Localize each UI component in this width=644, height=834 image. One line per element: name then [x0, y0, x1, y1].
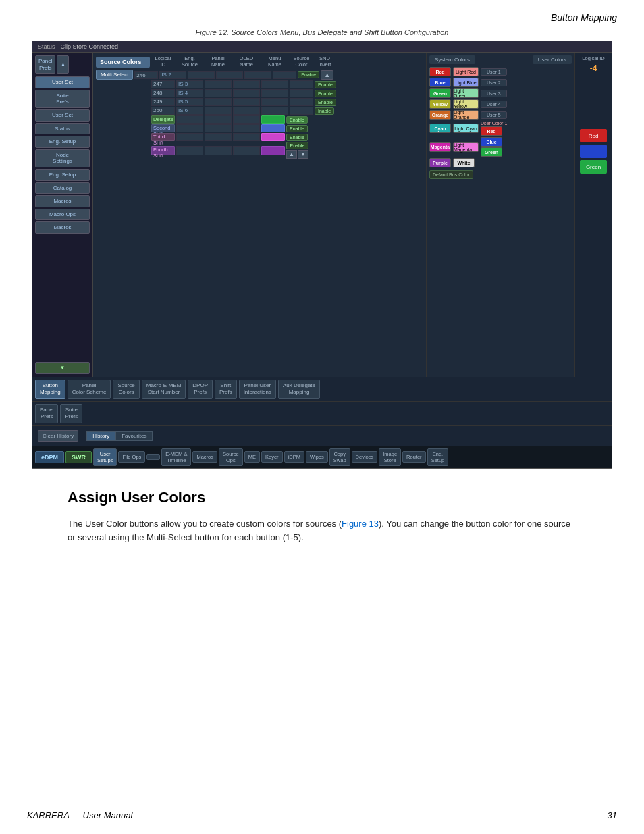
system-colors-label: System Colors — [429, 55, 475, 64]
footer-btn-file-ops[interactable]: File Ops — [118, 451, 145, 463]
panel-name-247 — [205, 80, 232, 88]
color-chip-red[interactable]: Red — [429, 67, 451, 76]
enable-btn-fourth-shift[interactable]: Enable — [286, 142, 308, 149]
scroll-up-btn[interactable]: ▲ — [286, 150, 297, 159]
color-chip-green[interactable]: Green — [429, 88, 451, 98]
tab-aux-delegate-mapping[interactable]: Aux DelegateMapping — [278, 380, 320, 399]
tab-panel-color-scheme[interactable]: PanelColor Scheme — [68, 380, 111, 399]
enable-btn-249[interactable]: Enable — [315, 99, 336, 106]
sidebar-collapse-btn[interactable]: ▼ — [35, 362, 90, 374]
footer-btn-keyer[interactable]: Keyer — [261, 451, 283, 463]
color-row-yellow: Yellow Light Yellow User 4 — [429, 99, 572, 109]
tab-panel-prefs[interactable]: PanelPrefs — [35, 404, 58, 423]
sidebar-btn-catalog[interactable]: Catalog — [35, 182, 90, 194]
color-chip-light-green[interactable]: Light Green — [453, 88, 479, 98]
figure-13-link[interactable]: Figure 13 — [342, 519, 379, 529]
tab-favourites[interactable]: Favourites — [115, 431, 153, 441]
sidebar-btn-status[interactable]: Status — [35, 123, 90, 135]
panel-name-248 — [205, 89, 232, 97]
sidebar-btn-macros2[interactable]: Macros — [35, 221, 90, 234]
row-247: 247 IS 3 Enable — [96, 80, 423, 88]
sidebar-btn-macros[interactable]: Macros — [35, 195, 90, 207]
footer-btn-macros[interactable]: Macros — [192, 451, 217, 463]
oled-name-delegate — [205, 115, 232, 124]
footer-btn-user-setups[interactable]: UserSetups — [93, 448, 117, 466]
multi-select-button[interactable]: Multi Select — [96, 70, 133, 80]
tab-dpop-prefs[interactable]: DPOPPrefs — [188, 380, 213, 399]
sidebar-btn-panel-prefs[interactable]: PanelPrefs — [35, 55, 55, 74]
panel-name-delegate — [176, 115, 203, 124]
name-cell-is2: IS 2 — [159, 71, 186, 79]
sidebar-btn-user-set2[interactable]: User Set — [35, 109, 90, 122]
footer-btn-eng-setup[interactable]: Eng.Setup — [427, 448, 449, 466]
color-chip-light-cyan[interactable]: Light Cyan — [453, 124, 479, 133]
sidebar-btn-eng-setup2[interactable]: Eng. Setup — [35, 169, 90, 181]
tab-panel-user-interactions[interactable]: Panel UserInteractions — [239, 380, 276, 399]
sidebar-expand-btn[interactable]: ▲ — [57, 55, 69, 74]
tab-button-mapping[interactable]: ButtonMapping — [35, 380, 65, 399]
color-chip-light-blue[interactable]: Light Blue — [453, 78, 479, 87]
menu-name-delegate — [233, 115, 260, 124]
id-cell-250: 250 — [151, 107, 175, 115]
up-arrow-btn[interactable]: ▲ — [321, 70, 333, 80]
user-color-btn-4[interactable]: User 4 — [481, 101, 507, 108]
color-chip-cyan[interactable]: Cyan — [429, 124, 451, 133]
user-color-btn-2[interactable]: User 2 — [481, 79, 507, 86]
footer-btn-devices[interactable]: Devices — [352, 451, 378, 463]
color-chip-blue[interactable]: Blue — [429, 78, 451, 87]
enable-btn-248[interactable]: Enable — [315, 90, 336, 97]
col-snd-invert: SNDInvert — [315, 55, 335, 68]
tab-suite-prefs[interactable]: SuitePrefs — [60, 404, 82, 423]
tab-shift-prefs[interactable]: ShiftPrefs — [215, 380, 237, 399]
sidebar-btn-user-set[interactable]: User Set — [35, 76, 90, 88]
footer-btn-copy-swap[interactable]: CopySwap — [329, 448, 350, 466]
footer-btn-wipes[interactable]: Wipes — [306, 451, 328, 463]
edpm-button[interactable]: eDPM — [35, 451, 64, 463]
color-chip-light-orange[interactable]: Light Orange — [453, 110, 479, 120]
sidebar-btn-macro-ops[interactable]: Macro Ops — [35, 209, 90, 221]
sidebar-btn-node-settings[interactable]: NodeSettings — [35, 149, 90, 167]
user-color-chip-green[interactable]: Green — [481, 147, 502, 157]
tab-source-colors[interactable]: SourceColors — [113, 380, 139, 399]
color-chip-white[interactable]: White — [453, 158, 475, 167]
name-cell-is3: IS 3 — [176, 80, 203, 88]
user-color-btn-3[interactable]: User 3 — [481, 90, 507, 97]
fourth-shift-row: FourthShift Enable ▲ ▼ — [96, 142, 423, 159]
sidebar-btn-eng-setup[interactable]: Eng. Setup — [35, 136, 90, 148]
footer-btn-source-ops[interactable]: SourceOps — [219, 448, 243, 466]
color-chip-orange[interactable]: Orange — [429, 110, 451, 120]
enable-btn-delegate[interactable]: Enable — [286, 116, 308, 124]
color-chip-purple[interactable]: Purple — [429, 158, 451, 167]
col-menu-name: MenuName — [261, 55, 288, 68]
tab-macro-emem[interactable]: Macro-E-MEMStart Number — [142, 380, 186, 399]
enable-btn-third-shift[interactable]: Enable — [286, 134, 308, 141]
enable-btn-second-shift[interactable]: Enable — [286, 125, 308, 132]
color-chip-magenta[interactable]: Magenta — [429, 142, 451, 152]
user-color-chip-blue[interactable]: Blue — [481, 137, 502, 147]
footer-btn-router[interactable]: Router — [402, 451, 426, 463]
col-source-color: SourceColor — [290, 55, 313, 68]
user-color-chip-1-red[interactable]: Red — [481, 126, 502, 136]
enable-btn-247[interactable]: Enable — [315, 81, 336, 88]
clear-history-button[interactable]: Clear History — [38, 430, 78, 442]
footer-btn-image-store[interactable]: ImageStore — [379, 448, 401, 466]
swr-button[interactable]: SWR — [65, 451, 92, 463]
default-bus-color-button[interactable]: Default Bus Color — [429, 170, 473, 179]
scroll-down-btn[interactable]: ▼ — [298, 150, 308, 159]
user-color-btn-1[interactable]: User 1 — [481, 68, 507, 76]
enable-btn-250[interactable]: Inable — [315, 107, 334, 115]
source-colors-section: Source Colors LogicalID Eng.Source Panel… — [93, 53, 426, 162]
color-chip-light-red[interactable]: Light Red — [453, 67, 479, 76]
color-chip-light-magenta[interactable]: Light Magenta — [453, 142, 479, 152]
color-chip-yellow[interactable]: Yellow — [429, 99, 451, 109]
footer-btn-me[interactable]: ME — [244, 451, 260, 463]
footer-btn-emem-timeline[interactable]: E-MEM &Timeline — [161, 448, 191, 466]
color-chip-light-yellow[interactable]: Light Yellow — [453, 99, 479, 109]
color-row-green: Green Light Green User 3 — [429, 88, 572, 98]
enable-btn-246[interactable]: Enable — [298, 71, 319, 78]
user-color-btn-5[interactable]: User 5 — [481, 111, 507, 119]
tab-history[interactable]: History — [86, 431, 115, 441]
sidebar-btn-suite-prefs[interactable]: SuitePrefs — [35, 90, 90, 108]
footer-btn-idpm[interactable]: iDPM — [284, 451, 304, 463]
source-colors-label: Source Colors — [96, 57, 150, 68]
